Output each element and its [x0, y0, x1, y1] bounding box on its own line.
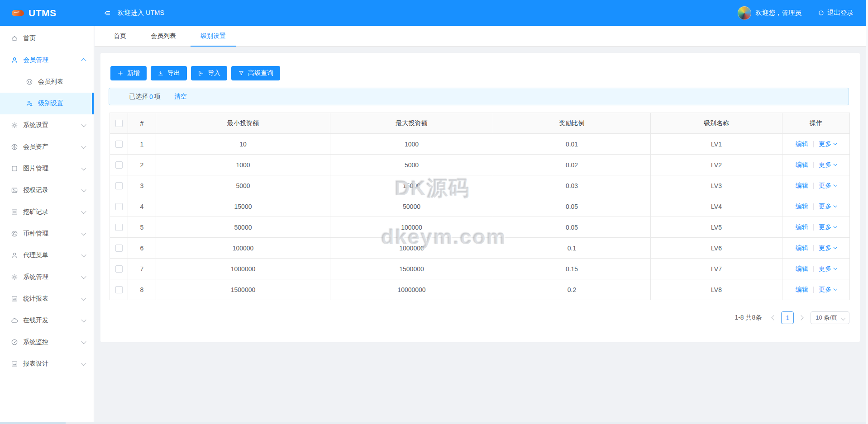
edit-link[interactable]: 编辑 [796, 203, 808, 211]
home-icon [11, 35, 18, 42]
next-page-button[interactable] [796, 314, 806, 321]
sidebar-item-agent-menu[interactable]: 代理菜单 [0, 245, 94, 266]
sidebar-item-coin-management[interactable]: 币种管理 [0, 223, 94, 245]
sidebar-item-system-admin[interactable]: 系统管理 [0, 266, 94, 288]
sidebar-item-label: 币种管理 [23, 230, 48, 238]
sidebar-item-system-settings[interactable]: 系统设置 [0, 114, 94, 136]
sidebar-item-report-design[interactable]: 报表设计 [0, 353, 94, 375]
edit-link[interactable]: 编辑 [796, 244, 808, 252]
logout-button[interactable]: 退出登录 [818, 9, 854, 17]
right-scrollbar[interactable] [866, 0, 868, 424]
import-button[interactable]: 导入 [191, 66, 227, 80]
edit-link[interactable]: 编辑 [796, 265, 808, 273]
row-select-cell [110, 259, 128, 279]
row-checkbox[interactable] [115, 182, 123, 189]
cell-index: 2 [128, 155, 156, 175]
row-checkbox[interactable] [115, 286, 123, 293]
sidebar-item-online-dev[interactable]: 在线开发 [0, 310, 94, 331]
edit-link[interactable]: 编辑 [796, 182, 808, 190]
chevron-down-icon [834, 266, 837, 269]
chevron-down-icon [81, 187, 86, 192]
prev-page-button[interactable] [769, 314, 779, 321]
pagination: 1-8 共8条 1 10 条/页 [734, 311, 849, 324]
more-link[interactable]: 更多 [819, 161, 836, 169]
row-checkbox[interactable] [115, 203, 123, 210]
sidebar-item-statistics-report[interactable]: 统计报表 [0, 288, 94, 310]
tab-member-list[interactable]: 会员列表 [141, 26, 186, 46]
advanced-search-button[interactable]: 高级查询 [231, 66, 280, 80]
sidebar-item-member-list[interactable]: 会员列表 [0, 71, 94, 93]
cell-max-invest: 10000000 [330, 279, 493, 300]
user-greeting: 欢迎您，管理员 [756, 9, 802, 17]
logo: UTMS [0, 8, 94, 19]
sidebar-item-member-management[interactable]: 会员管理 [0, 49, 94, 71]
cell-min-invest: 1000000 [156, 259, 330, 279]
cell-level-name: LV4 [651, 196, 782, 217]
sidebar-item-system-monitor[interactable]: 系统监控 [0, 331, 94, 353]
tab-bar: 首页会员列表级别设置 [95, 26, 866, 47]
chevron-down-icon [834, 245, 837, 249]
edit-link[interactable]: 编辑 [796, 140, 808, 148]
row-actions: 编辑|更多 [782, 217, 850, 238]
edit-link[interactable]: 编辑 [796, 223, 808, 231]
row-checkbox[interactable] [115, 161, 123, 169]
cell-index: 5 [128, 217, 156, 238]
smile-icon [26, 78, 33, 85]
sidebar-item-authorization-records[interactable]: 授权记录 [0, 179, 94, 201]
cell-reward-ratio: 0.2 [493, 279, 651, 300]
sidebar-item-label: 在线开发 [23, 316, 48, 325]
sidebar-item-home[interactable]: 首页 [0, 28, 94, 49]
selection-suffix: 项 [154, 93, 161, 101]
chevron-down-icon [81, 274, 86, 279]
sidebar-item-mining-records[interactable]: 挖矿记录 [0, 201, 94, 223]
more-link[interactable]: 更多 [819, 140, 836, 148]
row-checkbox[interactable] [115, 245, 123, 252]
edit-link[interactable]: 编辑 [796, 286, 808, 294]
row-checkbox[interactable] [115, 265, 123, 273]
cell-min-invest: 15000 [156, 196, 330, 217]
chevron-down-icon [834, 224, 837, 228]
levels-table: #最小投资额最大投资额奖励比例级别名称操作11010000.01LV1编辑|更多… [110, 113, 850, 300]
collapse-sidebar-icon[interactable] [104, 9, 111, 17]
sidebar-item-member-assets[interactable]: 会员资产 [0, 136, 94, 158]
bottom-scrollbar-thumb[interactable] [0, 422, 66, 424]
more-link[interactable]: 更多 [819, 182, 836, 190]
sidebar-item-level-settings[interactable]: 级别设置 [0, 93, 94, 114]
row-select-cell [110, 279, 128, 300]
cell-level-name: LV7 [651, 259, 782, 279]
more-link[interactable]: 更多 [819, 203, 836, 211]
chevron-down-icon [81, 144, 86, 149]
edit-link[interactable]: 编辑 [796, 161, 808, 169]
cell-index: 4 [128, 196, 156, 217]
action-divider: | [813, 182, 815, 189]
tab-level-settings[interactable]: 级别设置 [191, 26, 236, 46]
sidebar-item-label: 系统管理 [23, 273, 48, 281]
cell-max-invest: 1000 [330, 134, 493, 155]
more-link[interactable]: 更多 [819, 223, 836, 231]
cell-min-invest: 100000 [156, 238, 330, 259]
tab-home[interactable]: 首页 [104, 26, 136, 46]
table-row: 415000500000.05LV4编辑|更多 [110, 196, 850, 217]
more-link[interactable]: 更多 [819, 265, 836, 273]
page-size-select[interactable]: 10 条/页 [811, 311, 849, 324]
export-button[interactable]: 导出 [151, 66, 187, 80]
dollar-icon [11, 143, 18, 151]
clear-selection-link[interactable]: 清空 [174, 93, 187, 101]
row-checkbox[interactable] [115, 224, 123, 231]
more-link[interactable]: 更多 [819, 286, 836, 294]
table-row: 5500001000000.05LV5编辑|更多 [110, 217, 850, 238]
tab-label: 级别设置 [200, 32, 226, 40]
bottom-scrollbar[interactable] [0, 422, 868, 424]
add-button[interactable]: 新增 [110, 66, 147, 80]
more-link[interactable]: 更多 [819, 244, 836, 252]
filter-icon [238, 70, 244, 76]
cell-index: 1 [128, 134, 156, 155]
current-page-button[interactable]: 1 [781, 311, 794, 324]
logout-icon [818, 9, 825, 16]
more-label: 更多 [819, 140, 831, 148]
select-all-checkbox[interactable] [115, 120, 123, 127]
row-checkbox[interactable] [115, 141, 123, 148]
table-header-row: #最小投资额最大投资额奖励比例级别名称操作 [110, 113, 850, 134]
action-divider: | [813, 140, 815, 147]
sidebar-item-image-management[interactable]: 图片管理 [0, 158, 94, 179]
